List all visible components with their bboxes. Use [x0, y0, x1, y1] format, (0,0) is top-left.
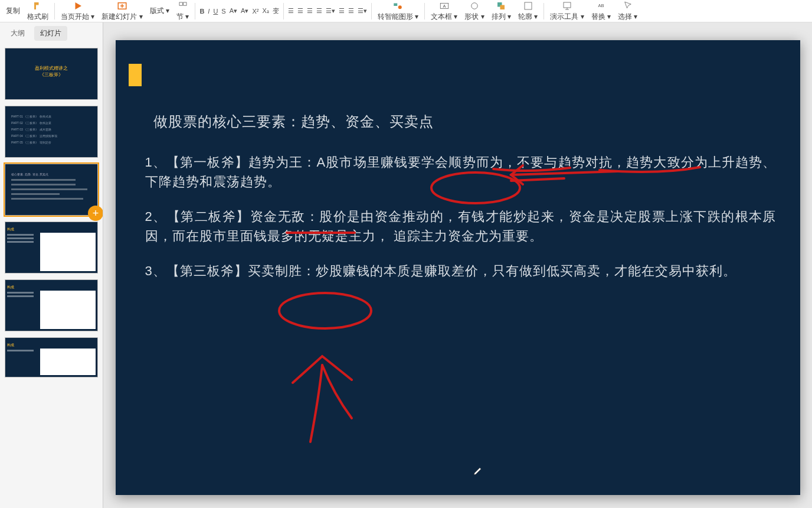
svg-text:A: A [443, 4, 446, 9]
paragraph-3: 3、【第三板斧】买卖制胜：炒股赚钱的本质是赚取差价，只有做到低买高卖，才能在交易… [145, 261, 777, 281]
strike-button[interactable]: S [220, 6, 227, 16]
arrange-button[interactable]: 排列 ▾ [488, 0, 515, 23]
textbox-button[interactable]: A 文本框 ▾ [427, 0, 461, 23]
svg-rect-11 [564, 2, 571, 8]
play-icon [73, 1, 83, 11]
slide-thumb-2[interactable]: PART 01 《三板斧》 收线式表 PART 02 《三板斧》 收线边某 PA… [5, 106, 98, 158]
svg-point-7 [472, 2, 478, 9]
slide-thumb-4[interactable]: 构成 [5, 222, 98, 273]
slide-thumb-1[interactable]: 盈利模式精讲之《三板斧》 [5, 48, 98, 100]
align-justify-button[interactable]: ☰ [315, 6, 324, 16]
current-slide: 做股票的核心三要素：趋势、资金、买卖点 1、【第一板斧】趋势为王：A股市场里赚钱… [116, 40, 800, 495]
slide-thumb-6[interactable]: 构成 [5, 337, 98, 377]
font-color-button[interactable]: A▾ [228, 6, 239, 16]
svg-rect-2 [183, 2, 186, 5]
underline-button[interactable]: U [211, 6, 220, 16]
svg-point-4 [398, 5, 402, 9]
svg-rect-1 [179, 2, 182, 5]
line-spacing-button[interactable]: ☰▾ [356, 6, 369, 16]
align-center-button[interactable]: ☰ [296, 6, 305, 16]
section-button[interactable]: 节 ▾ [173, 0, 192, 23]
svg-text:AB: AB [598, 2, 604, 8]
tab-slides[interactable]: 幻灯片 [34, 26, 67, 41]
thumbnail-list[interactable]: 盈利模式精讲之《三板斧》 PART 01 《三板斧》 收线式表 PART 02 … [0, 43, 103, 508]
outline-icon [523, 1, 533, 11]
add-slide-button[interactable]: + [88, 206, 103, 221]
page-start-button[interactable]: 当页开始 ▾ [57, 0, 98, 23]
tab-outline[interactable]: 大纲 [5, 26, 31, 41]
gold-accent [129, 64, 142, 86]
select-button[interactable]: 选择 ▾ [614, 0, 641, 23]
svg-point-14 [279, 293, 371, 328]
paragraph-2: 2、【第二板斧】资金无敌：股价是由资金推动的，有钱才能炒起来，资金是决定股票上涨… [145, 207, 777, 246]
format-painter-button[interactable]: 格式刷 [24, 0, 52, 23]
slide-panel: 大纲 幻灯片 盈利模式精讲之《三板斧》 PART 01 《三板斧》 收线式表 P… [0, 22, 103, 508]
italic-button[interactable]: I [206, 6, 211, 16]
panel-tabs: 大纲 幻灯片 [0, 22, 103, 43]
main-toolbar: 复制 格式刷 当页开始 ▾ 新建幻灯片 ▾ 版式 ▾ 节 ▾ B I U S A… [0, 0, 812, 22]
slide-thumb-3[interactable]: 核心要素. 趋势. 资金. 买卖点 + [5, 164, 98, 216]
replace-icon: AB [595, 1, 606, 11]
slide-title: 做股票的核心三要素：趋势、资金、买卖点 [145, 111, 777, 132]
copy-button[interactable]: 复制 [2, 5, 24, 17]
new-slide-button[interactable]: 新建幻灯片 ▾ [98, 0, 146, 23]
bullets-button[interactable]: ☰▾ [324, 6, 337, 16]
subscript-button[interactable]: X₂ [260, 6, 270, 16]
svg-rect-3 [394, 3, 398, 6]
canvas-area[interactable]: 做股票的核心三要素：趋势、资金、买卖点 1、【第一板斧】趋势为王：A股市场里赚钱… [103, 22, 812, 508]
section-icon [178, 1, 188, 11]
paragraph-1: 1、【第一板斧】趋势为王：A股市场里赚钱要学会顺势而为，不要与趋势对抗，趋势大致… [145, 152, 777, 191]
bold-button[interactable]: B [198, 6, 206, 16]
layout-button[interactable]: 版式 ▾ [146, 5, 173, 17]
shape-button[interactable]: 形状 ▾ [461, 0, 487, 23]
smart-shape-icon [392, 1, 403, 11]
pen-cursor-icon [473, 465, 483, 476]
svg-rect-10 [525, 2, 532, 9]
replace-button[interactable]: AB 替换 ▾ [588, 0, 614, 23]
slide-thumb-5[interactable]: 构成 [5, 279, 98, 331]
new-slide-icon [117, 1, 127, 11]
smart-shape-button[interactable]: 转智能图形 ▾ [374, 0, 422, 23]
slide-content: 做股票的核心三要素：趋势、资金、买卖点 1、【第一板斧】趋势为王：A股市场里赚钱… [145, 111, 777, 296]
highlight-button[interactable]: A▾ [239, 6, 250, 16]
arrange-icon [496, 1, 506, 11]
wen-button[interactable]: 变 [271, 5, 281, 17]
brush-icon [32, 1, 43, 11]
align-right-button[interactable]: ☰ [305, 6, 315, 16]
superscript-button[interactable]: X² [250, 6, 260, 16]
cursor-icon [623, 1, 633, 11]
outline-button[interactable]: 轮廓 ▾ [515, 0, 541, 23]
present-tools-button[interactable]: 演示工具 ▾ [546, 0, 587, 23]
shape-icon [469, 1, 480, 11]
svg-rect-9 [500, 5, 505, 9]
align-left-button[interactable]: ☰ [286, 6, 296, 16]
indent-dec-button[interactable]: ☰ [337, 6, 346, 16]
present-icon [562, 1, 572, 11]
indent-inc-button[interactable]: ☰ [346, 6, 356, 16]
textbox-icon: A [439, 1, 450, 11]
